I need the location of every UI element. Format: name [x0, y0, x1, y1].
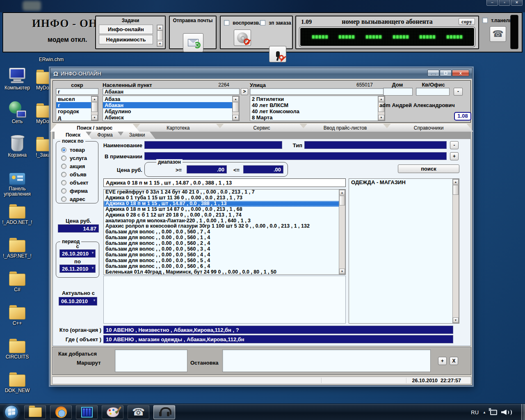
minimize-button[interactable] — [427, 70, 439, 76]
scrollbar-thumb[interactable] — [91, 102, 98, 112]
result-item[interactable]: бальзам для волос , , 0.00 , 0.0 , 560 ,… — [104, 247, 345, 252]
stop-record-button[interactable] — [269, 46, 286, 62]
remove-filter-button[interactable]: - — [450, 141, 459, 149]
scrollbar-thumb[interactable] — [453, 185, 459, 195]
phone-panel-button[interactable]: ☎ — [490, 26, 506, 42]
playback-checkbox-row[interactable]: воспроизв. — [224, 20, 260, 26]
clear-route-button[interactable]: X — [450, 357, 458, 365]
result-item[interactable]: Аджика 0 18 п м 1 15 шт 14 87 0 , , 0.00… — [104, 207, 345, 212]
city-item[interactable]: Агидель — [103, 121, 239, 121]
dropdown-arrow-icon[interactable]: ▼ — [91, 251, 94, 255]
price-max-input[interactable]: .00 — [243, 165, 283, 173]
result-item[interactable]: Аджика 0 1 туба 1 15 шт 11 36 0 , , 0.00… — [104, 195, 345, 201]
scroll-up-icon[interactable]: ▲ — [378, 96, 384, 102]
search-by-option-услуга[interactable]: услуга — [56, 154, 98, 162]
scroll-up-icon[interactable]: ▲ — [91, 96, 98, 102]
result-item[interactable]: Аджика 0 18 п м 1 15 , шт , 14.87 , 0.0 … — [104, 201, 345, 207]
city-item[interactable]: Абдулино — [103, 108, 239, 114]
result-item[interactable]: EVE грейпфрут 0 33л 1 24 бут 40 21 0 , ,… — [104, 189, 345, 195]
window-titlebar[interactable]: Ω ИНФО-ОНЛАЙН x — [50, 68, 472, 79]
street-item[interactable]: 8 Марта — [250, 114, 385, 121]
main-tab[interactable]: Картотека — [134, 124, 223, 132]
main-tab[interactable]: Справочники — [384, 124, 473, 132]
taskbar-database-app[interactable] — [76, 405, 98, 419]
result-item[interactable]: бальзам для волос , , 0.00 , 0.0 , 560 ,… — [104, 241, 345, 247]
search-by-option-объяв[interactable]: объяв — [56, 170, 98, 178]
search-by-option-фирма[interactable]: фирма — [56, 187, 98, 195]
scrollbar-thumb[interactable] — [233, 102, 239, 112]
city-input[interactable]: Абакан — [103, 88, 240, 95]
city-expand-button[interactable]: > — [241, 88, 248, 95]
stop-textarea[interactable] — [222, 349, 431, 372]
main-tab[interactable]: Поиск / запрос — [50, 124, 139, 132]
search-by-option-адрес[interactable]: адрес — [56, 195, 98, 203]
scroll-down-icon[interactable]: ▼ — [453, 317, 459, 323]
dropdown-arrow-icon[interactable]: ▼ — [93, 299, 96, 302]
route-textarea[interactable] — [115, 349, 187, 372]
street-item[interactable]: 2 Пятилетки — [250, 96, 385, 102]
who-field[interactable]: 10 АВЕНЮ , Неизвестно , Абакан,Кирова,11… — [103, 326, 453, 334]
taskbar-firefox[interactable] — [50, 405, 72, 419]
result-item[interactable]: бальзам для волос , , 0.00 , 0.0 , 560 ,… — [104, 229, 345, 235]
city-scrollbar[interactable]: ▲ ▼ — [232, 96, 239, 121]
desktop-icon-!_ADO.NET_![interactable]: !_ADO.NET_! — [0, 201, 36, 225]
desktop-icon-DOK_NEW[interactable]: DOK_NEW — [0, 370, 36, 393]
scroll-up-icon[interactable]: ▲ — [157, 25, 163, 30]
minimize-button[interactable]: – — [486, 0, 498, 6]
desktop-icon-Панель управления[interactable]: Панель управления — [0, 168, 36, 197]
stop-playback-button[interactable] — [234, 30, 251, 46]
price-min-input[interactable]: .00 — [187, 165, 227, 173]
taskbar-paint[interactable] — [102, 405, 123, 419]
scroll-down-icon[interactable]: ▼ — [233, 115, 239, 120]
tpanel-checkbox[interactable] — [482, 18, 488, 23]
desktop-icon-C#[interactable]: C# — [0, 269, 36, 292]
main-tab[interactable]: Сервис — [217, 124, 306, 132]
task-item[interactable]: Недвижимость — [99, 35, 153, 44]
close-button[interactable]: ✕ — [511, 0, 523, 6]
period-from-value[interactable]: 26.10.2010 ▼ — [59, 249, 96, 258]
tpanel-checkbox-row[interactable]: т.панель — [482, 17, 512, 23]
taskbar-phone-app[interactable]: ☎ — [128, 405, 149, 419]
scrollbar-thumb[interactable] — [339, 196, 345, 205]
result-item[interactable]: бальзам для волос , , 0.00 , 0.0 , 560 ,… — [104, 264, 345, 269]
result-item[interactable]: бальзам для волос , , 0.00 , 0.0 , 560 ,… — [104, 258, 345, 264]
result-item[interactable]: анализатор для молока-Лактан-220 , 1 , 0… — [104, 218, 345, 224]
house-input[interactable] — [383, 88, 413, 96]
desktop-icon-C++[interactable]: C++ — [0, 302, 36, 326]
category-item[interactable]: ОДЕЖДА - МАГАЗИН — [349, 179, 459, 186]
abbr-scrollbar[interactable]: ▲ ▼ — [91, 96, 98, 121]
order-checkbox[interactable] — [260, 20, 265, 25]
search-by-option-акция[interactable]: акция — [56, 162, 98, 170]
send-mail-button[interactable] — [183, 33, 203, 52]
scroll-up-icon[interactable]: ▲ — [233, 96, 239, 102]
street-input[interactable] — [250, 88, 385, 95]
actual-value[interactable]: 06.10.2010 ▼ — [59, 297, 97, 306]
close-button[interactable]: x — [452, 70, 469, 76]
sub-tab[interactable]: Заявки — [119, 132, 155, 139]
results-scrollbar[interactable]: ▲ ▼ — [339, 189, 345, 274]
result-item[interactable]: Беленькая 01л 40град , Мариинск, бут 24 … — [104, 269, 345, 275]
search-button[interactable]: поиск — [398, 164, 459, 173]
maximize-button[interactable] — [440, 70, 452, 76]
maximize-button[interactable]: ▫ — [499, 0, 510, 6]
type-input[interactable] — [304, 141, 447, 149]
scroll-down-icon[interactable]: ▼ — [378, 115, 384, 120]
scrollbar-thumb[interactable] — [157, 30, 163, 40]
category-scrollbar[interactable]: ▲ ▼ — [452, 179, 459, 323]
street-item[interactable]: 40 лет Комсомола — [250, 108, 385, 114]
street-scrollbar[interactable]: ▲ ▼ — [378, 96, 385, 121]
city-item[interactable]: Абинск — [103, 114, 239, 121]
sub-tab[interactable]: Форма — [87, 132, 123, 139]
name-input[interactable] — [144, 141, 282, 149]
street-item[interactable]: 40 лет ВЛКСМ — [250, 102, 385, 108]
street-item[interactable]: Абаканская — [250, 121, 385, 121]
language-indicator[interactable]: RU — [471, 409, 479, 415]
tasks-scrollbar[interactable]: ▲ ▼ — [157, 25, 163, 47]
desktop-icon-CIRCUITS[interactable]: CIRCUITS — [0, 336, 36, 360]
hidden-icons-arrow[interactable]: ▲ — [483, 411, 486, 414]
collapse-button[interactable]: - — [454, 88, 463, 96]
copy-button[interactable]: copy — [459, 18, 475, 25]
desktop-icon-erwin-label[interactable]: ERwin.chm — [33, 57, 70, 62]
scroll-down-icon[interactable]: ▼ — [91, 115, 98, 120]
start-button[interactable] — [3, 405, 20, 420]
